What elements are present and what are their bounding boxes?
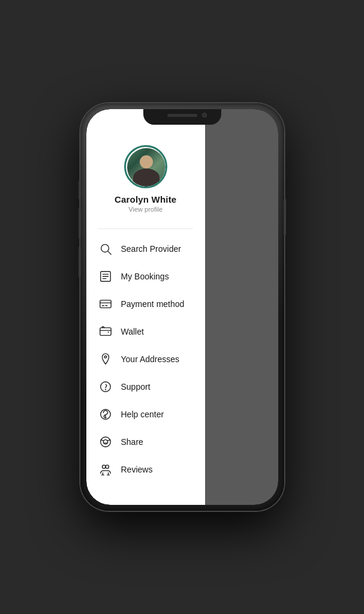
phone-screen: Carolyn White View profile Search Provid… <box>86 109 278 505</box>
avatar-ring <box>124 145 167 188</box>
share-icon <box>98 435 113 449</box>
svg-point-12 <box>105 389 106 390</box>
svg-line-1 <box>108 251 111 254</box>
menu-item-payment-method[interactable]: Payment method <box>86 290 205 318</box>
svg-line-16 <box>101 440 104 441</box>
menu-list: Search Provider My Bookings <box>86 233 205 505</box>
svg-point-20 <box>106 465 109 469</box>
support-label: Support <box>121 382 151 392</box>
menu-item-support[interactable]: Support <box>86 373 205 401</box>
menu-item-search-provider[interactable]: Search Provider <box>86 235 205 263</box>
mute-button <box>79 181 81 199</box>
my-bookings-label: My Bookings <box>121 272 169 281</box>
volume-down-button <box>79 247 81 277</box>
share-label: Share <box>121 437 143 447</box>
speaker <box>167 114 197 117</box>
menu-item-your-addresses[interactable]: Your Addresses <box>86 345 205 373</box>
search-icon <box>98 242 113 256</box>
help-center-label: Help center <box>121 410 164 419</box>
wallet-icon <box>98 324 113 339</box>
search-provider-label: Search Provider <box>121 244 181 254</box>
dark-overlay-panel[interactable] <box>205 109 278 505</box>
help-icon <box>98 407 113 422</box>
svg-point-10 <box>104 356 107 359</box>
avatar <box>127 148 166 186</box>
svg-rect-6 <box>100 300 110 308</box>
menu-item-share[interactable]: Share <box>86 428 205 456</box>
bookings-icon <box>98 269 113 284</box>
svg-point-15 <box>103 440 107 444</box>
support-icon <box>98 380 113 394</box>
menu-item-wallet[interactable]: Wallet <box>86 318 205 345</box>
view-profile-link[interactable]: View profile <box>128 206 163 213</box>
svg-point-0 <box>101 245 109 252</box>
location-icon <box>98 352 113 366</box>
reviews-icon <box>98 462 113 477</box>
payment-method-label: Payment method <box>121 299 185 309</box>
notch <box>143 109 221 125</box>
menu-panel: Carolyn White View profile Search Provid… <box>86 109 205 505</box>
wallet-label: Wallet <box>121 327 144 336</box>
menu-item-my-bookings[interactable]: My Bookings <box>86 263 205 290</box>
menu-item-help-center[interactable]: Help center <box>86 401 205 428</box>
svg-line-17 <box>107 440 110 441</box>
profile-divider <box>98 228 193 229</box>
menu-item-reviews[interactable]: Reviews <box>86 456 205 483</box>
power-button <box>284 199 286 235</box>
svg-point-19 <box>102 465 106 469</box>
phone-frame: Carolyn White View profile Search Provid… <box>80 103 284 511</box>
reviews-label: Reviews <box>121 465 153 474</box>
profile-section: Carolyn White View profile <box>86 133 205 222</box>
your-addresses-label: Your Addresses <box>121 354 180 364</box>
payment-icon <box>98 297 113 311</box>
volume-up-button <box>79 208 81 238</box>
app-screen: Carolyn White View profile Search Provid… <box>86 109 278 505</box>
user-name: Carolyn White <box>115 194 176 204</box>
svg-point-14 <box>100 437 110 447</box>
camera <box>202 113 207 118</box>
